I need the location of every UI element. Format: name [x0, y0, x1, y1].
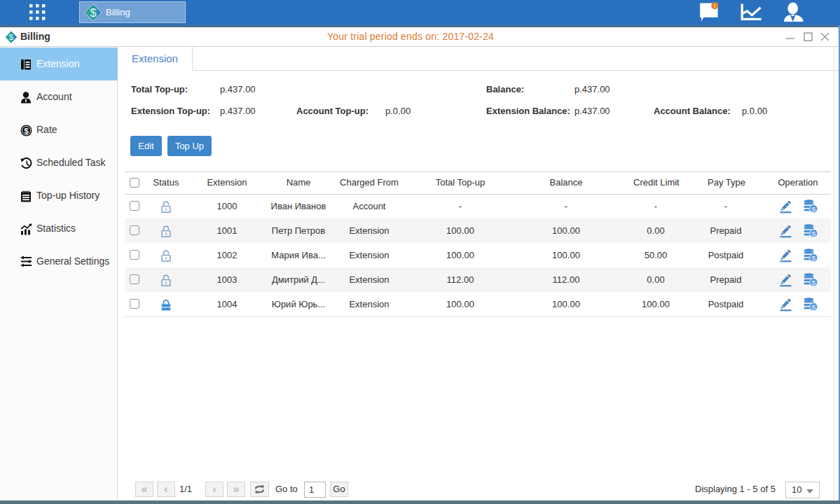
svg-text:$: $	[9, 33, 14, 41]
svg-text:S: S	[811, 255, 815, 262]
svg-text:S: S	[811, 230, 815, 237]
svg-text:S: S	[811, 304, 815, 311]
svg-text:!: !	[714, 3, 716, 9]
svg-text:$: $	[24, 126, 28, 134]
svg-text:S: S	[811, 206, 815, 213]
svg-text:S: S	[811, 279, 815, 286]
svg-text:$: $	[90, 6, 96, 19]
